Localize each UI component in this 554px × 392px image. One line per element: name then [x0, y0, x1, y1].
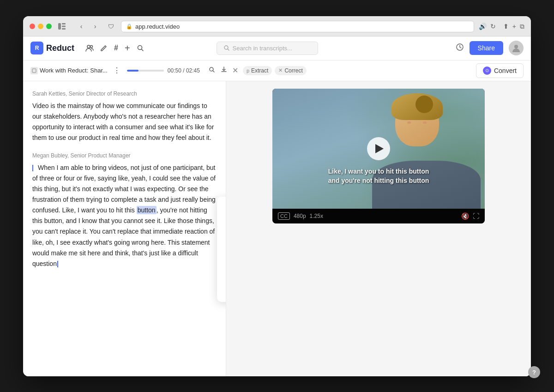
- refresh-icon[interactable]: ↻: [490, 23, 496, 30]
- progress-container: 00:50 / 02:45: [127, 67, 200, 74]
- browser-chrome: ‹ › 🛡 🔒 app.reduct.video 🔊 ↻ ⬆ + ⧉: [23, 16, 531, 36]
- quality-selector[interactable]: 480p: [294, 213, 306, 219]
- svg-rect-10: [32, 69, 36, 72]
- svg-rect-3: [62, 28, 66, 30]
- svg-point-4: [87, 45, 90, 48]
- new-tab-icon[interactable]: +: [512, 23, 516, 30]
- menu-key-download: d: [224, 254, 226, 261]
- toolbar: Work with Reduct: Shar... ⋮ 00:50 / 02:4…: [23, 60, 531, 81]
- menu-key-tags: t: [224, 221, 226, 228]
- avatar[interactable]: [509, 41, 524, 55]
- menu-key-reel: r: [224, 271, 226, 277]
- menu-item-highlight[interactable]: h Highlight: [217, 199, 226, 216]
- speaker1-text: Video is the mainstay of how we communic…: [32, 101, 217, 143]
- video-player: Like, I want you to hit this button and …: [272, 89, 485, 223]
- more-options-button[interactable]: ⋮: [111, 65, 122, 76]
- main-content: Sarah Kettles, Senior Director of Resear…: [23, 81, 531, 376]
- lock-icon: 🔒: [126, 24, 132, 30]
- correct-tag-remove[interactable]: ✕: [278, 67, 283, 73]
- shield-icon: 🛡: [105, 21, 116, 32]
- close-toolbar-button[interactable]: ✕: [232, 66, 238, 75]
- breadcrumb-sub: Shar...: [90, 67, 108, 74]
- add-icon[interactable]: +: [125, 43, 130, 54]
- mute-icon[interactable]: 🔇: [461, 212, 469, 220]
- svg-point-5: [90, 46, 93, 48]
- search-toolbar-icon[interactable]: [208, 66, 216, 75]
- toolbar-actions: ✕: [208, 66, 238, 75]
- logo-icon: R: [30, 42, 43, 54]
- svg-rect-1: [62, 23, 66, 24]
- play-triangle-icon: [375, 144, 384, 153]
- hair-bun: [416, 96, 433, 113]
- progress-fill: [127, 70, 138, 72]
- svg-rect-0: [58, 23, 61, 30]
- nav-back-button[interactable]: ‹: [76, 21, 87, 32]
- menu-item-download[interactable]: d Download: [217, 249, 226, 266]
- text-cursor-end: [57, 261, 58, 267]
- breadcrumb: Work with Reduct: Shar...: [30, 67, 108, 74]
- menu-key-highlight: h: [224, 205, 226, 211]
- play-button[interactable]: [367, 137, 390, 160]
- nav-icons: # +: [85, 43, 144, 54]
- subtitle-line1: Like, I want you to hit this button: [294, 167, 464, 176]
- hashtag-icon[interactable]: #: [114, 44, 118, 52]
- address-bar[interactable]: 🔒 app.reduct.video: [121, 21, 474, 32]
- search-placeholder-text: Search in transcripts...: [233, 45, 292, 52]
- share-button[interactable]: Share: [470, 41, 503, 55]
- search-bar[interactable]: Search in transcripts...: [217, 42, 318, 55]
- share-browser-icon[interactable]: ⬆: [503, 23, 509, 30]
- speaker2-text: When I am able to bring videos, not just…: [32, 163, 217, 269]
- cc-button[interactable]: CC: [278, 212, 290, 220]
- video-thumbnail: Like, I want you to hit this button and …: [272, 89, 485, 209]
- sidebar-toggle-icon[interactable]: [56, 21, 67, 32]
- browser-actions: 🔊 ↻ ⬆ + ⧉: [479, 23, 524, 30]
- text-cursor-icon: [32, 165, 37, 171]
- correct-tag: ✕ Correct: [275, 66, 306, 75]
- speed-selector[interactable]: 1.25x: [310, 213, 323, 219]
- traffic-lights: [30, 24, 52, 29]
- minimize-window-button[interactable]: [38, 24, 43, 29]
- menu-item-add-reel[interactable]: r Add to reel: [217, 266, 226, 283]
- context-menu: h Highlight t Add tags s Link to selecti…: [217, 197, 226, 302]
- breadcrumb-icon: [30, 67, 38, 74]
- history-icon[interactable]: [456, 43, 464, 53]
- highlighted-word: button: [137, 206, 157, 214]
- svg-point-9: [514, 45, 518, 48]
- breadcrumb-title: Work with Reduct:: [40, 67, 88, 74]
- tag-pills: p Extract ✕ Correct: [243, 66, 307, 75]
- volume-icon[interactable]: 🔊: [479, 23, 487, 30]
- nav-forward-button[interactable]: ›: [90, 21, 101, 32]
- video-person: [347, 89, 474, 209]
- speaker-block-1: Sarah Kettles, Senior Director of Resear…: [32, 90, 217, 143]
- browser-window: ‹ › 🛡 🔒 app.reduct.video 🔊 ↻ ⬆ + ⧉ R Red…: [23, 16, 531, 376]
- speaker2-text-after: , you're not hitting this button, and I …: [32, 206, 215, 267]
- logo: R Reduct: [30, 42, 74, 54]
- tabs-icon[interactable]: ⧉: [520, 23, 524, 30]
- search-icon: [223, 45, 230, 51]
- transcript-panel[interactable]: Sarah Kettles, Senior Director of Resear…: [23, 81, 226, 376]
- close-window-button[interactable]: [30, 24, 35, 29]
- speaker-block-2: Megan Bubley, Senior Product Manager Whe…: [32, 152, 217, 269]
- speaker1-name: Sarah Kettles, Senior Director of Resear…: [32, 90, 217, 97]
- menu-item-add-comment[interactable]: c Add comment: [217, 283, 226, 299]
- app-container: R Reduct # +: [23, 36, 531, 376]
- edit-icon[interactable]: [100, 44, 108, 52]
- help-button[interactable]: ?: [528, 366, 531, 376]
- right-panel: Like, I want you to hit this button and …: [226, 81, 531, 376]
- nav-right: Share: [456, 41, 524, 55]
- toolbar-left: Work with Reduct: Shar... ⋮: [30, 65, 122, 76]
- browser-nav: ‹ ›: [76, 21, 101, 32]
- menu-key-link: s: [224, 238, 226, 244]
- fullscreen-icon[interactable]: ⛶: [473, 212, 479, 220]
- left-eye: [407, 121, 411, 124]
- search-nav-icon[interactable]: [137, 44, 144, 52]
- speaker2-name: Megan Bubley, Senior Product Manager: [32, 152, 217, 159]
- menu-item-link-selection[interactable]: s Link to selection: [217, 233, 226, 249]
- progress-bar: [127, 70, 164, 72]
- convert-button[interactable]: ⊙ Convert: [476, 63, 524, 78]
- people-icon[interactable]: [85, 44, 94, 52]
- subtitle-line2: and you're not hitting this button: [294, 176, 464, 186]
- download-toolbar-icon[interactable]: [220, 66, 228, 75]
- maximize-window-button[interactable]: [46, 24, 52, 29]
- menu-item-add-tags[interactable]: t Add tags: [217, 216, 226, 233]
